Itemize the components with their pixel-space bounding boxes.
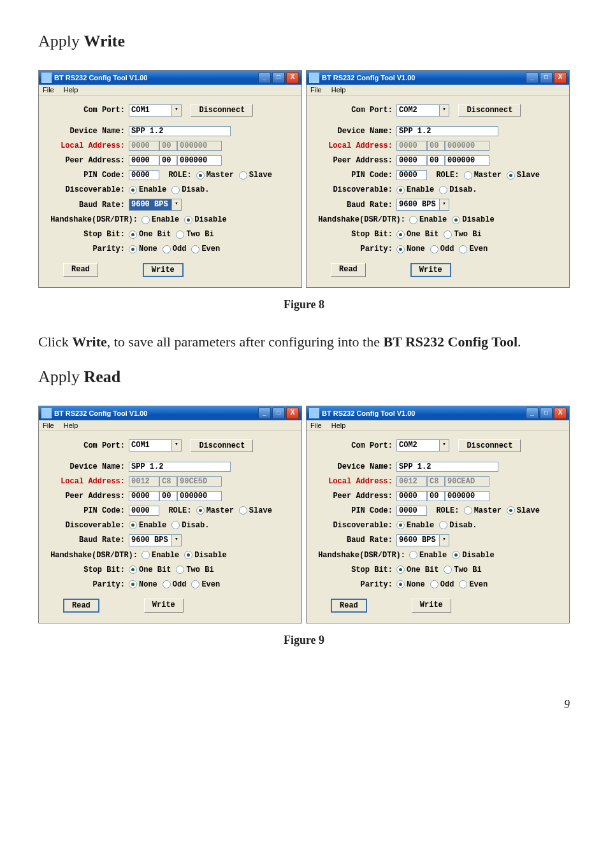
- discoverable-disable-radio[interactable]: Disab.: [439, 521, 477, 530]
- write-button[interactable]: Write: [143, 263, 184, 277]
- peer-addr-3[interactable]: [445, 155, 489, 166]
- disconnect-button[interactable]: Disconnect: [191, 439, 253, 452]
- stopbit-one-radio[interactable]: One Bit: [129, 566, 171, 574]
- com-port-select[interactable]: COM2▾: [396, 104, 449, 117]
- parity-even-radio[interactable]: Even: [191, 580, 220, 589]
- handshake-disable-radio[interactable]: Disable: [452, 215, 494, 224]
- close-button[interactable]: X: [286, 408, 299, 419]
- peer-addr-3[interactable]: [177, 491, 222, 501]
- stopbit-two-radio[interactable]: Two Bi: [444, 566, 481, 574]
- pin-input[interactable]: [396, 170, 427, 180]
- parity-odd-radio[interactable]: Odd: [430, 580, 454, 589]
- menu-file[interactable]: File: [310, 422, 322, 429]
- stopbit-one-radio[interactable]: One Bit: [396, 566, 438, 574]
- handshake-disable-radio[interactable]: Disable: [184, 215, 226, 224]
- stopbit-one-radio[interactable]: One Bit: [129, 230, 171, 239]
- peer-addr-1[interactable]: [129, 491, 159, 501]
- com-port-select[interactable]: COM2▾: [396, 439, 449, 452]
- menu-file[interactable]: File: [43, 422, 54, 429]
- peer-addr-2[interactable]: [427, 155, 445, 166]
- peer-addr-2[interactable]: [159, 491, 177, 501]
- parity-even-radio[interactable]: Even: [459, 245, 488, 253]
- menu-file[interactable]: File: [43, 86, 54, 94]
- parity-odd-radio[interactable]: Odd: [163, 580, 187, 589]
- menu-help[interactable]: Help: [64, 86, 78, 94]
- close-button[interactable]: X: [554, 408, 567, 419]
- handshake-enable-radio[interactable]: Enable: [409, 215, 447, 224]
- peer-addr-2[interactable]: [159, 155, 177, 166]
- discoverable-enable-radio[interactable]: Enable: [129, 521, 166, 530]
- minimize-button[interactable]: _: [526, 408, 539, 419]
- close-button[interactable]: X: [554, 72, 567, 83]
- handshake-enable-radio[interactable]: Enable: [141, 551, 179, 560]
- menu-file[interactable]: File: [310, 86, 322, 94]
- role-slave-radio[interactable]: Slave: [239, 506, 272, 515]
- pin-input[interactable]: [129, 506, 159, 516]
- peer-addr-2[interactable]: [427, 491, 445, 501]
- read-button[interactable]: Read: [63, 263, 98, 277]
- maximize-button[interactable]: □: [540, 72, 553, 83]
- com-port-select[interactable]: COM1▾: [129, 439, 182, 452]
- parity-none-radio[interactable]: None: [396, 245, 425, 253]
- peer-addr-1[interactable]: [396, 491, 427, 501]
- handshake-enable-radio[interactable]: Enable: [409, 551, 447, 560]
- minimize-button[interactable]: _: [258, 408, 271, 419]
- baud-select[interactable]: 9600 BPS▾: [396, 534, 449, 546]
- parity-none-radio[interactable]: None: [129, 580, 157, 589]
- minimize-button[interactable]: _: [526, 72, 539, 83]
- read-button[interactable]: Read: [331, 263, 366, 277]
- handshake-disable-radio[interactable]: Disable: [184, 551, 226, 560]
- disconnect-button[interactable]: Disconnect: [458, 104, 521, 117]
- device-name-input[interactable]: [396, 462, 498, 472]
- role-slave-radio[interactable]: Slave: [507, 506, 540, 515]
- device-name-input[interactable]: [396, 126, 498, 136]
- peer-addr-3[interactable]: [445, 491, 489, 501]
- role-master-radio[interactable]: Master: [464, 171, 502, 180]
- discoverable-disable-radio[interactable]: Disab.: [439, 185, 477, 194]
- peer-addr-3[interactable]: [177, 155, 222, 166]
- baud-select[interactable]: 9600 BPS▾: [129, 534, 182, 546]
- stopbit-two-radio[interactable]: Two Bi: [176, 566, 214, 574]
- write-button[interactable]: Write: [410, 263, 451, 277]
- discoverable-enable-radio[interactable]: Enable: [129, 185, 166, 194]
- minimize-button[interactable]: _: [258, 72, 271, 83]
- discoverable-disable-radio[interactable]: Disab.: [171, 521, 209, 530]
- maximize-button[interactable]: □: [272, 72, 285, 83]
- maximize-button[interactable]: □: [272, 408, 285, 419]
- handshake-enable-radio[interactable]: Enable: [141, 215, 179, 224]
- menu-help[interactable]: Help: [64, 422, 78, 429]
- device-name-input[interactable]: [129, 126, 231, 136]
- menu-help[interactable]: Help: [331, 86, 346, 94]
- parity-even-radio[interactable]: Even: [459, 580, 488, 589]
- discoverable-enable-radio[interactable]: Enable: [396, 185, 434, 194]
- discoverable-enable-radio[interactable]: Enable: [396, 521, 434, 530]
- parity-none-radio[interactable]: None: [396, 580, 425, 589]
- parity-odd-radio[interactable]: Odd: [430, 245, 454, 253]
- peer-addr-1[interactable]: [129, 155, 159, 166]
- discoverable-disable-radio[interactable]: Disab.: [171, 185, 209, 194]
- disconnect-button[interactable]: Disconnect: [458, 439, 521, 452]
- write-button[interactable]: Write: [412, 599, 451, 613]
- read-button[interactable]: Read: [331, 599, 367, 613]
- baud-select[interactable]: 9600 BPS▾: [129, 199, 182, 211]
- baud-select[interactable]: 9600 BPS▾: [396, 199, 449, 211]
- role-master-radio[interactable]: Master: [196, 506, 234, 515]
- pin-input[interactable]: [396, 506, 427, 516]
- peer-addr-1[interactable]: [396, 155, 427, 166]
- disconnect-button[interactable]: Disconnect: [191, 104, 253, 117]
- stopbit-one-radio[interactable]: One Bit: [396, 230, 438, 239]
- com-port-select[interactable]: COM1▾: [129, 104, 182, 117]
- role-slave-radio[interactable]: Slave: [507, 171, 540, 180]
- device-name-input[interactable]: [129, 462, 231, 472]
- stopbit-two-radio[interactable]: Two Bi: [444, 230, 481, 239]
- parity-odd-radio[interactable]: Odd: [163, 245, 187, 253]
- stopbit-two-radio[interactable]: Two Bi: [176, 230, 214, 239]
- close-button[interactable]: X: [286, 72, 299, 83]
- read-button[interactable]: Read: [63, 599, 99, 613]
- write-button[interactable]: Write: [144, 599, 184, 613]
- role-master-radio[interactable]: Master: [464, 506, 502, 515]
- pin-input[interactable]: [129, 170, 159, 180]
- parity-even-radio[interactable]: Even: [191, 245, 220, 253]
- parity-none-radio[interactable]: None: [129, 245, 157, 253]
- menu-help[interactable]: Help: [331, 422, 346, 429]
